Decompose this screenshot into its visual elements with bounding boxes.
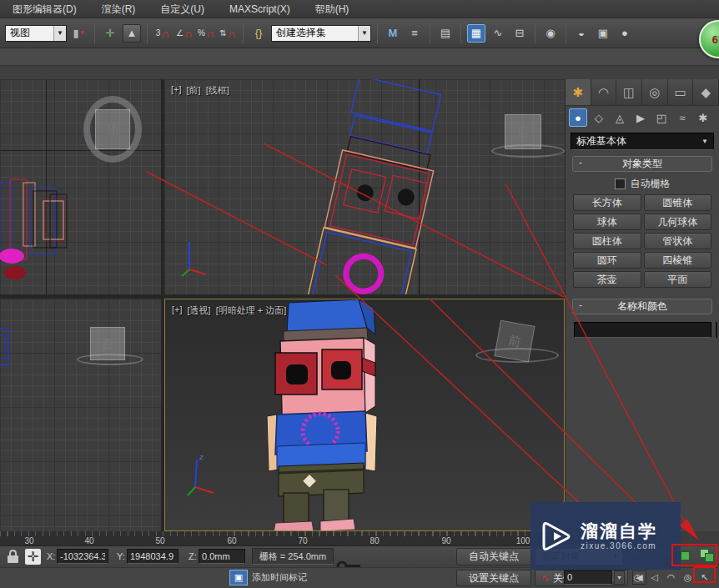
viewport-menu-plus[interactable]: [+] xyxy=(172,304,183,317)
view-reference-dropdown[interactable]: 视图 ▼ xyxy=(5,25,67,42)
graphite-modeling-tools-icon[interactable]: ▦ xyxy=(467,24,485,43)
category-geometry[interactable]: ● xyxy=(569,108,587,127)
viewport-shading-mode[interactable]: [明暗处理 + 边面] xyxy=(216,304,287,317)
button-cone[interactable]: 圆锥体 xyxy=(644,194,712,211)
tab-motion[interactable]: ◎ xyxy=(642,79,668,105)
time-configuration-icon[interactable]: ◷ xyxy=(631,570,645,585)
viewport-shading-mode[interactable]: [线框] xyxy=(206,84,229,97)
current-frame-field[interactable]: 0 xyxy=(564,570,612,585)
category-space-warps[interactable]: ≈ xyxy=(673,108,691,127)
viewport-front[interactable]: [+] [前] [线框] 前 xyxy=(164,79,565,294)
button-pyramid[interactable]: 四棱锥 xyxy=(644,252,712,269)
viewport-view-name[interactable]: [前] xyxy=(187,84,201,97)
viewport-top[interactable]: 顶 xyxy=(0,79,161,294)
viewcube[interactable]: 前 xyxy=(494,320,535,363)
button-plane[interactable]: 平面 xyxy=(644,271,712,288)
viewport-left[interactable]: 左 xyxy=(0,299,161,531)
category-shapes[interactable]: ◇ xyxy=(590,108,608,127)
rollout-name-color[interactable]: - 名称和颜色 xyxy=(572,299,712,314)
viewcube[interactable]: 前 xyxy=(505,114,541,149)
button-geosphere[interactable]: 几何球体 xyxy=(644,214,712,230)
ribbon-strip xyxy=(0,48,719,66)
button-sphere[interactable]: 球体 xyxy=(573,214,641,230)
auto-key-button[interactable]: 自动关键点 xyxy=(456,548,531,565)
mirror-icon[interactable]: M xyxy=(384,24,402,43)
lock-body xyxy=(8,555,18,563)
toolbar-separator xyxy=(243,23,244,43)
rollout-object-type[interactable]: - 对象类型 xyxy=(572,156,712,172)
prompt-bar: ▣ 添加时间标记 设置关键点 ∿ 关键点过滤器... ◀ 0 ▼ ◷ ◁ ◠ ◎… xyxy=(0,567,719,588)
curve-editor-icon[interactable]: ∿ xyxy=(489,24,507,43)
pan-hand-icon[interactable]: ◠ xyxy=(664,570,678,585)
orbit-icon[interactable]: ◎ xyxy=(681,570,695,585)
autogrid-checkbox[interactable] xyxy=(615,178,626,189)
primitive-category-dropdown[interactable]: 标准基本体 ▼ xyxy=(571,133,714,150)
category-systems[interactable]: ✱ xyxy=(694,108,712,127)
toolbar-separator xyxy=(94,23,95,43)
zoom-extents-all-icon[interactable] xyxy=(699,548,716,564)
tab-create[interactable]: ✱ xyxy=(566,79,591,105)
tab-display[interactable]: ▭ xyxy=(668,79,694,105)
viewport-view-name[interactable]: [透视] xyxy=(188,304,211,317)
button-torus[interactable]: 圆环 xyxy=(573,252,641,269)
named-selection-set-combo[interactable]: 创建选择集 ▼ xyxy=(271,25,371,42)
menu-item-rendering[interactable]: 渲染(R) xyxy=(89,0,148,18)
object-name-input[interactable] xyxy=(574,322,711,338)
left-view-wireframe-model[interactable] xyxy=(0,299,161,531)
collapse-icon: - xyxy=(579,299,582,311)
cube-icon xyxy=(681,551,690,560)
select-and-manipulate-icon[interactable]: ✛ xyxy=(101,24,119,43)
viewport-perspective[interactable]: [+] [透视] [明暗处理 + 边面] 前 xyxy=(164,299,565,531)
menu-item-graph-editors[interactable]: 图形编辑器(D) xyxy=(0,0,89,18)
selection-lock-icon[interactable] xyxy=(8,550,18,563)
tab-hierarchy[interactable]: ◫ xyxy=(616,79,642,105)
ribbon-strip-lower xyxy=(0,66,719,79)
layer-manager-icon[interactable]: ▤ xyxy=(436,24,455,43)
object-color-swatch[interactable] xyxy=(716,322,717,338)
y-coordinate-field[interactable] xyxy=(127,549,178,564)
use-pivot-center-icon[interactable]: ▮▼ xyxy=(70,24,88,43)
rendered-frame-window-icon[interactable]: ▣ xyxy=(594,24,612,43)
toolbar-separator xyxy=(535,23,535,43)
z-coordinate-field[interactable] xyxy=(199,549,245,564)
percent-snap-icon[interactable]: %∩ xyxy=(197,24,215,43)
viewcube[interactable]: 左 xyxy=(90,327,125,360)
hierarchy-icon: ◫ xyxy=(623,85,635,100)
tab-modify[interactable]: ◠ xyxy=(591,79,617,105)
material-editor-icon[interactable]: ◉ xyxy=(541,24,560,43)
isolate-selection-toggle[interactable]: ▣ xyxy=(229,570,248,585)
align-icon[interactable]: ≡ xyxy=(405,24,424,43)
tick-label: 90 xyxy=(441,536,450,545)
spinner-snap-icon[interactable]: ⇅∩ xyxy=(219,24,237,43)
category-lights[interactable]: ◬ xyxy=(611,108,629,127)
button-cylinder[interactable]: 圆柱体 xyxy=(573,233,641,249)
display-icon: ▭ xyxy=(674,85,686,100)
button-teapot[interactable]: 茶壶 xyxy=(573,271,641,288)
snap-toggle-3d-icon[interactable]: 3∩ xyxy=(153,24,172,43)
track-bar[interactable]: 30 40 50 60 70 80 90 100 xyxy=(0,531,567,546)
tab-utilities[interactable]: ◆ xyxy=(693,79,719,105)
front-wireframe-model[interactable] xyxy=(164,79,565,294)
menu-item-help[interactable]: 帮助(H) xyxy=(303,0,362,18)
edit-named-selection-sets-icon[interactable]: {} xyxy=(249,24,268,43)
button-tube[interactable]: 管状体 xyxy=(644,233,712,249)
viewcube[interactable]: 顶 xyxy=(95,109,130,149)
angle-snap-icon[interactable]: ∠∩ xyxy=(175,24,194,43)
field-of-view-icon[interactable]: ◁ xyxy=(647,570,661,585)
menu-item-customize[interactable]: 自定义(U) xyxy=(148,0,217,18)
viewport-menu-plus[interactable]: [+] xyxy=(171,84,182,97)
schematic-view-icon[interactable]: ⊟ xyxy=(510,24,529,43)
render-setup-icon[interactable]: ◒ xyxy=(572,24,591,43)
add-time-tag[interactable]: 添加时间标记 xyxy=(252,571,334,584)
selection-up-icon[interactable]: ▲ xyxy=(123,24,141,43)
category-helpers[interactable]: ◰ xyxy=(652,108,671,127)
set-key-button[interactable]: 设置关键点 xyxy=(456,570,531,586)
category-cameras[interactable]: ▶ xyxy=(631,108,650,127)
x-coordinate-field[interactable] xyxy=(57,549,108,564)
frame-spinner-icon[interactable]: ▼ xyxy=(614,570,625,585)
button-box[interactable]: 长方体 xyxy=(573,194,641,211)
menu-item-maxscript[interactable]: MAXScript(X) xyxy=(217,0,303,18)
render-production-icon[interactable]: ● xyxy=(616,24,634,43)
absolute-mode-icon[interactable]: ✛ xyxy=(25,549,41,565)
maximize-viewport-toggle[interactable]: ↖ xyxy=(697,570,711,585)
